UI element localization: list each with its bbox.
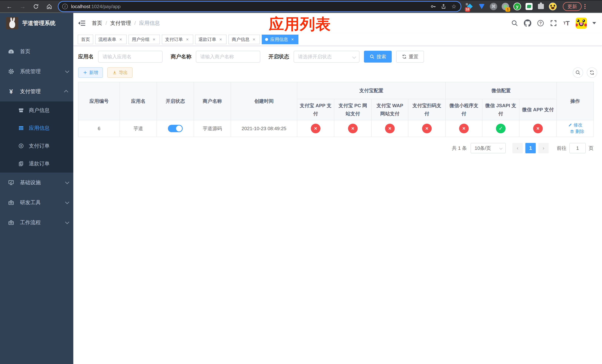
col-header-wx-mini: 微信小程序支付 [446,99,482,120]
sidebar-item-workflow[interactable]: 工作流程 [0,213,73,233]
navbar: 首页 / 支付管理 / 应用信息 应用列表 ? [73,13,602,33]
extension-command-icon[interactable]: ⌘ [489,2,498,11]
home-icon[interactable] [45,2,53,11]
channel-alipay-pc-disabled-icon: × [348,124,358,133]
help-icon[interactable]: ? [537,20,544,27]
refresh-button[interactable] [587,67,597,78]
merchant-name-input[interactable] [196,51,260,63]
sidebar-fold-icon[interactable] [78,19,86,27]
tab-app-info[interactable]: 应用信息× [262,35,298,44]
col-header-alipay-qr: 支付宝扫码支付 [408,99,446,120]
enabled-switch[interactable] [168,125,183,132]
extension-y-icon[interactable]: y [513,2,521,11]
delete-link[interactable]: 删除 [570,128,584,134]
next-page-button[interactable]: › [538,143,549,153]
status-select[interactable]: 请选择开启状态 [294,51,359,63]
add-button[interactable]: 新增 [78,67,103,78]
toggle-search-button[interactable] [573,67,583,78]
url-text: localhost:1024/pay/app [71,4,430,10]
profile-avatar-icon[interactable] [549,2,557,11]
url-bar[interactable]: i localhost:1024/pay/app ☆ [58,2,461,11]
edit-link[interactable]: 修改 [568,122,582,128]
sidebar-item-app-info[interactable]: 应用信息 [0,119,73,137]
screen: ← → i localhost:1024/pay/app ☆ 10 [0,0,602,364]
github-icon[interactable] [524,20,531,27]
prev-page-button[interactable]: ‹ [512,143,523,153]
extension-devtools-icon[interactable]: 10 [466,2,474,11]
sidebar-item-dev-tools[interactable]: 研发工具 [0,193,73,213]
close-icon[interactable]: × [251,37,257,42]
sidebar-item-pay-order[interactable]: ¥ 支付订单 [0,137,73,155]
search-button[interactable]: 搜索 [364,51,392,63]
extension-recorder-icon[interactable]: 1 [501,2,509,11]
close-icon[interactable]: × [290,37,295,42]
browser-menu-icon[interactable] [583,3,587,10]
close-icon[interactable]: × [218,37,223,42]
close-icon[interactable]: × [151,37,157,42]
extension-chat-icon[interactable] [525,2,533,11]
share-icon[interactable] [441,3,447,10]
toolbox-icon [7,199,15,206]
page-unit-label: 页 [589,145,593,151]
sidebar-item-refund-order[interactable]: 退款订单 [0,155,73,172]
close-icon[interactable]: × [185,37,190,42]
sidebar-item-infrastructure[interactable]: 基础设施 [0,172,73,193]
breadcrumb-payment[interactable]: 支付管理 [110,20,131,27]
app-name-input[interactable] [98,51,162,63]
tab-refund-order[interactable]: 退款订单× [195,35,226,44]
page-size-select[interactable]: 10条/页 [471,143,506,153]
logo-image [6,17,18,29]
chevron-down-icon [65,200,69,204]
page-number-1[interactable]: 1 [525,143,536,153]
sidebar-item-label: 应用信息 [29,125,50,132]
font-size-icon[interactable]: TT [563,20,570,27]
forward-icon[interactable]: → [19,2,27,11]
chevron-down-icon [65,220,69,224]
tab-merchant-info[interactable]: 商户信息× [228,35,260,44]
browser-update-button[interactable]: 更新 [563,2,582,11]
caret-down-icon[interactable] [592,22,596,24]
chevron-down-icon [65,180,69,184]
cell-alipay-pc: × [334,120,372,137]
extensions-puzzle-icon[interactable] [537,2,545,11]
extension-badge: 10 [465,7,470,12]
breadcrumb-home[interactable]: 首页 [92,20,102,27]
search-icon[interactable] [511,20,518,27]
sidebar-item-system[interactable]: 系统管理 [0,62,73,81]
close-icon[interactable]: × [118,37,123,42]
cell-wx-mini: × [446,120,482,137]
logo-link[interactable]: 芋道管理系统 [0,13,73,33]
channel-alipay-app-disabled-icon: × [311,124,321,133]
extension-gem-icon[interactable] [478,2,486,11]
export-button[interactable]: 导出 [107,67,133,78]
sidebar-item-payment[interactable]: ¥ 支付管理 [0,81,73,101]
site-info-icon[interactable]: i [62,4,68,9]
gear-icon [7,68,15,75]
pagination: 共 1 条 10条/页 ‹ 1 › 前往 页 [78,143,593,153]
reload-icon[interactable] [32,2,40,11]
total-count: 共 1 条 [452,145,467,151]
cell-status [157,120,194,137]
table-toolbar: 新增 导出 [78,67,597,78]
cell-alipay-app: × [297,120,334,137]
back-icon[interactable]: ← [5,2,13,11]
col-group-alipay: 支付宝配置 [297,82,446,99]
fullscreen-icon[interactable] [550,20,557,27]
tab-pay-order[interactable]: 支付订单× [162,35,193,44]
tab-process-form[interactable]: 流程表单× [95,35,127,44]
reset-button[interactable]: 重置 [396,51,424,63]
bookmark-star-icon[interactable]: ☆ [451,3,457,10]
chevron-down-icon [499,147,503,150]
tab-home[interactable]: 首页 [78,35,93,44]
sidebar-item-merchant-info[interactable]: 商户信息 [0,101,73,119]
user-avatar[interactable] [576,18,587,29]
tab-user-group[interactable]: 用户分组× [129,35,160,44]
col-header-alipay-pc: 支付宝 PC 网站支付 [334,99,372,120]
store-icon [18,107,24,114]
sidebar-item-home[interactable]: 首页 [0,42,73,62]
cell-merchant: 芋道源码 [194,120,231,137]
cell-app-name: 芋道 [120,120,157,137]
goto-page-input[interactable] [570,143,586,153]
password-key-icon[interactable] [430,3,436,10]
col-header-created: 创建时间 [231,82,297,120]
